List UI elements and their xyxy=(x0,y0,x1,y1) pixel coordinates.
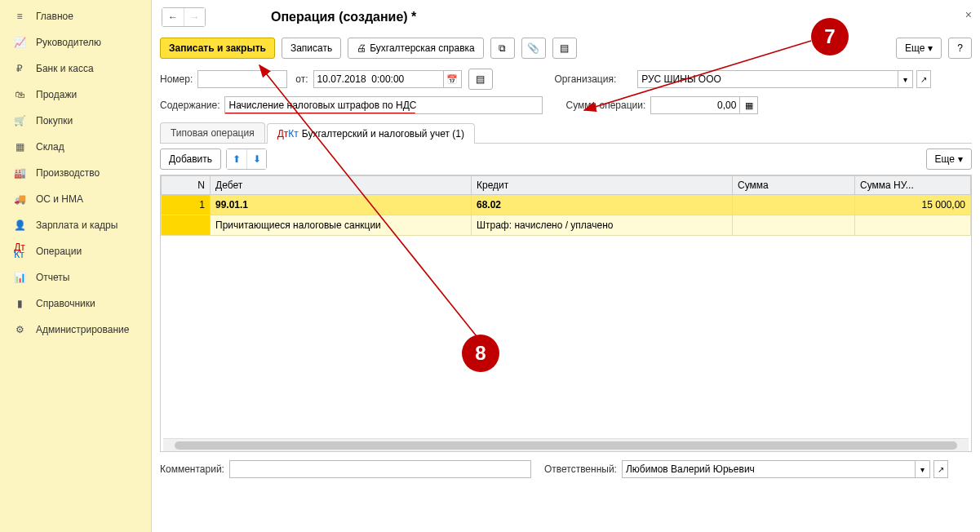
callout-7: 7 xyxy=(811,18,849,55)
cell-n[interactable] xyxy=(162,215,211,236)
gear-icon: ⚙ xyxy=(11,323,28,336)
copy-button[interactable]: ⧉ xyxy=(490,38,515,59)
sidebar-item-label: Продажи xyxy=(36,89,77,100)
resp-dropdown-button[interactable]: ▾ xyxy=(916,460,930,478)
help-button[interactable]: ? xyxy=(948,38,972,59)
cell-credit-desc[interactable]: Штраф: начислено / уплачено xyxy=(472,215,733,236)
comment-input[interactable] xyxy=(229,460,531,478)
cart-icon: 🛒 xyxy=(11,114,28,127)
entries-table: N Дебет Кредит Сумма Сумма НУ... 1 99.01… xyxy=(160,175,972,452)
sidebar-item-label: Справочники xyxy=(36,298,95,309)
number-input[interactable] xyxy=(197,70,287,88)
col-sum[interactable]: Сумма xyxy=(733,176,855,195)
dtkt-icon: ДтКт xyxy=(11,245,28,258)
calendar-button[interactable]: 📅 xyxy=(444,70,462,88)
cell-sum[interactable] xyxy=(733,195,855,215)
chevron-down-icon: ▾ xyxy=(958,153,963,165)
col-n[interactable]: N xyxy=(162,176,211,195)
responsible-label: Ответственный: xyxy=(544,463,617,475)
save-close-button[interactable]: Записать и закрыть xyxy=(160,38,275,59)
sidebar-item-label: Операции xyxy=(36,246,82,257)
sidebar-item-label: Главное xyxy=(36,11,73,22)
number-label: Номер: xyxy=(160,73,193,85)
sidebar-item-refs[interactable]: ▮Справочники xyxy=(0,290,151,317)
col-debit[interactable]: Дебет xyxy=(211,176,472,195)
dtkt-icon: ДтКт xyxy=(277,131,299,138)
nav-back-forward: ← → xyxy=(162,7,206,27)
move-up-button[interactable]: ⬆ xyxy=(227,149,246,169)
content-input[interactable] xyxy=(224,96,543,114)
resp-open-button[interactable]: ↗ xyxy=(933,460,948,478)
attach-button[interactable]: 📎 xyxy=(521,38,546,59)
sidebar-item-admin[interactable]: ⚙Администрирование xyxy=(0,317,151,343)
sidebar-item-os[interactable]: 🚚ОС и НМА xyxy=(0,186,151,212)
cell-sumnu[interactable] xyxy=(855,215,971,236)
col-credit[interactable]: Кредит xyxy=(472,176,733,195)
cell-debit-desc[interactable]: Причитающиеся налоговые санкции xyxy=(211,215,472,236)
sidebar-item-label: Руководителю xyxy=(36,37,101,48)
truck-icon: 🚚 xyxy=(11,193,28,206)
chart-icon: 📈 xyxy=(11,36,28,49)
sidebar-item-label: Производство xyxy=(36,167,100,179)
org-dropdown-button[interactable]: ▾ xyxy=(898,70,913,88)
calc-button[interactable]: ▦ xyxy=(740,96,758,114)
accounting-ref-button[interactable]: 🖨Бухгалтерская справка xyxy=(348,38,484,59)
sidebar: ≡Главное 📈Руководителю ₽Банк и касса 🛍Пр… xyxy=(0,0,152,532)
sidebar-item-label: Покупки xyxy=(36,115,73,126)
tab-accounting[interactable]: ДтКтБухгалтерский и налоговый учет (1) xyxy=(267,123,475,144)
sidebar-item-label: Администрирование xyxy=(36,324,129,335)
add-button[interactable]: Добавить xyxy=(160,149,221,170)
date-input[interactable] xyxy=(313,70,444,88)
sidebar-item-bank[interactable]: ₽Банк и касса xyxy=(0,55,151,82)
main-area: × ← → Операция (создание) * Записать и з… xyxy=(152,0,980,532)
sidebar-item-stock[interactable]: ▦Склад xyxy=(0,134,151,160)
table-row[interactable]: 1 99.01.1 68.02 15 000,00 xyxy=(162,195,971,215)
forward-button[interactable]: → xyxy=(184,8,205,26)
page-title: Операция (создание) * xyxy=(271,10,416,24)
sidebar-item-label: ОС и НМА xyxy=(36,193,83,205)
sidebar-item-main[interactable]: ≡Главное xyxy=(0,3,151,29)
responsible-input[interactable] xyxy=(622,460,916,478)
sidebar-item-sales[interactable]: 🛍Продажи xyxy=(0,82,151,108)
tab-more-button[interactable]: Еще ▾ xyxy=(926,149,972,170)
back-button[interactable]: ← xyxy=(162,8,184,26)
sum-label: Сумма операции: xyxy=(565,100,645,111)
org-open-button[interactable]: ↗ xyxy=(916,70,931,88)
bars-icon: 📊 xyxy=(11,271,28,284)
sidebar-item-salary[interactable]: 👤Зарплата и кадры xyxy=(0,212,151,238)
chevron-down-icon: ▾ xyxy=(928,42,933,54)
col-sumnu[interactable]: Сумма НУ... xyxy=(855,176,971,195)
register-button[interactable]: ▤ xyxy=(552,38,577,59)
cell-sumnu[interactable]: 15 000,00 xyxy=(855,195,971,215)
book-icon: ▮ xyxy=(11,297,28,310)
cell-sum[interactable] xyxy=(733,215,855,236)
close-icon[interactable]: × xyxy=(965,8,972,21)
sidebar-item-reports[interactable]: 📊Отчеты xyxy=(0,264,151,290)
from-label: от: xyxy=(295,73,308,85)
more-button[interactable]: Еще ▾ xyxy=(896,38,942,59)
date-extra-button[interactable]: ▤ xyxy=(468,69,493,90)
sum-input[interactable] xyxy=(650,96,740,114)
table-row[interactable]: Причитающиеся налоговые санкции Штраф: н… xyxy=(162,215,971,236)
warehouse-icon: ▦ xyxy=(11,140,28,153)
tab-typical[interactable]: Типовая операция xyxy=(160,122,265,143)
sidebar-item-operations[interactable]: ДтКтОперации xyxy=(0,238,151,264)
bag-icon: 🛍 xyxy=(11,88,28,101)
sidebar-item-production[interactable]: 🏭Производство xyxy=(0,160,151,186)
save-button[interactable]: Записать xyxy=(282,38,341,59)
sidebar-item-purchases[interactable]: 🛒Покупки xyxy=(0,108,151,134)
cell-n[interactable]: 1 xyxy=(162,195,211,215)
factory-icon: 🏭 xyxy=(11,166,28,180)
move-down-button[interactable]: ⬇ xyxy=(246,149,266,169)
ruble-icon: ₽ xyxy=(11,62,28,75)
sidebar-item-label: Банк и касса xyxy=(36,63,94,74)
sidebar-item-manager[interactable]: 📈Руководителю xyxy=(0,29,151,55)
horizontal-scrollbar[interactable] xyxy=(163,438,969,451)
sidebar-item-label: Склад xyxy=(36,141,64,153)
cell-debit[interactable]: 99.01.1 xyxy=(211,195,472,215)
cell-credit[interactable]: 68.02 xyxy=(472,195,733,215)
sidebar-item-label: Отчеты xyxy=(36,272,69,283)
comment-label: Комментарий: xyxy=(160,463,224,475)
org-input[interactable] xyxy=(637,70,898,88)
callout-8: 8 xyxy=(462,335,499,372)
